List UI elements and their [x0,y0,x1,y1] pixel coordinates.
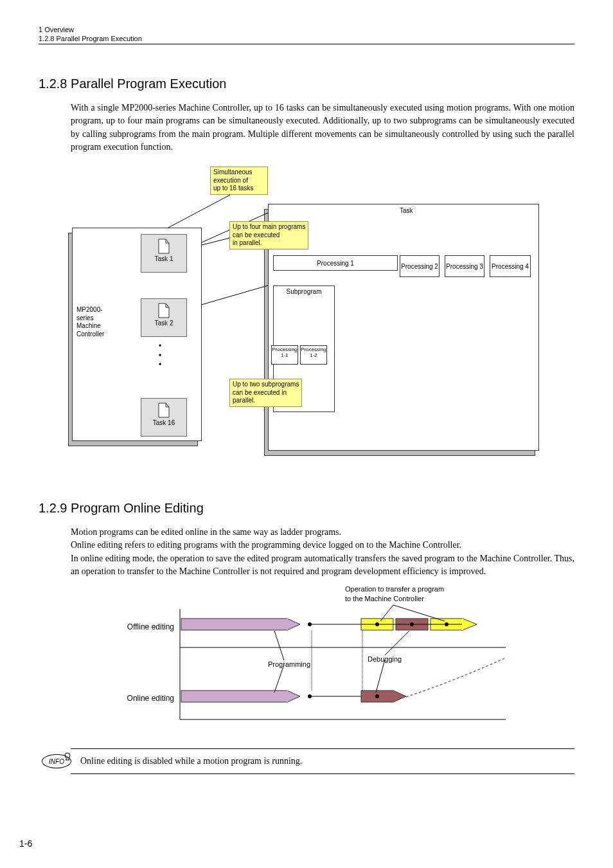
info-divider-bottom [71,773,574,774]
svg-line-0 [168,194,233,228]
svg-rect-34 [181,691,287,702]
svg-point-32 [445,622,449,626]
diagram1-note-16tasks: Simultaneous execution of up to 16 tasks [210,167,268,195]
processing1-label: Processing 1 [317,260,354,267]
section-128-title: 1.2.8 Parallel Program Execution [39,77,574,91]
d2-transfer-label: Operation to transfer a program to the M… [345,584,444,603]
d2-programming-label: Programming [268,660,310,668]
processing2-box: Processing 2 [400,255,440,277]
task2-label: Task 2 [155,320,173,327]
svg-rect-22 [181,619,287,630]
task1-label: Task 1 [155,255,173,262]
svg-point-24 [308,622,312,626]
section-129-title: 1.2.9 Program Online Editing [39,501,574,516]
parallel-execution-diagram: Simultaneous execution of up to 16 tasks… [69,167,544,469]
svg-point-38 [375,694,379,698]
processing12-box: Processing 1-2 [300,345,327,365]
document-icon [157,402,170,418]
task-dots: ••• [159,341,161,369]
processing1-box: Processing 1 [273,255,398,271]
diagram2-svg [107,584,506,729]
svg-rect-37 [361,691,393,702]
info-text: Online editing is disabled while a motio… [80,756,302,766]
d2-debugging-label: Debugging [368,655,402,663]
section-128-body: With a single MP2000-series Machine Cont… [71,102,574,154]
controller-label: MP2000- series Machine Controller [76,306,104,338]
diagram1-note-4main: Up to four main programs can be executed… [229,221,308,249]
svg-rect-25 [361,619,393,630]
task16-box: Task 16 [141,398,187,437]
task1-box: Task 1 [141,234,187,273]
svg-point-29 [410,622,414,626]
section-129-body: Motion programs can be edited online in … [71,526,574,578]
svg-line-46 [393,605,445,621]
processing4-label: Processing 4 [492,263,529,270]
header-section: 1.2.8 Parallel Program Execution [39,35,574,44]
svg-line-45 [380,605,393,621]
processing11-box: Processing 1-1 [271,345,298,365]
svg-point-36 [308,694,312,698]
info-divider-top [71,748,574,749]
svg-line-42 [274,665,284,692]
task2-box: Task 2 [141,298,187,337]
task16-label: Task 16 [153,419,175,426]
svg-line-43 [385,631,409,655]
processing3-label: Processing 3 [446,263,483,270]
info-badge-text: INFO [49,758,64,765]
d2-offline-label: Offline editing [116,622,174,631]
svg-point-50 [65,753,70,758]
header-chapter: 1 Overview [39,26,574,33]
svg-line-41 [274,631,284,660]
svg-rect-31 [431,619,463,630]
svg-rect-28 [396,619,428,630]
diagram1-note-2sub: Up to two subprograms can be executed in… [229,379,302,407]
subprogram-label: Subprogram [286,288,321,295]
processing3-box: Processing 3 [445,255,484,277]
task-label: Task [400,207,413,214]
page-header: 1 Overview 1.2.8 Parallel Program Execut… [39,26,574,44]
svg-line-44 [376,660,385,692]
online-editing-diagram: Operation to transfer a program to the M… [107,584,506,729]
page-number: 1-6 [19,838,32,849]
document-icon [157,303,170,318]
document-icon [157,239,170,254]
d2-online-label: Online editing [116,694,174,703]
lightbulb-icon [63,752,72,761]
info-badge: INFO [42,754,71,768]
svg-point-26 [375,622,379,626]
info-row: INFO Online editing is disabled while a … [42,754,574,768]
processing4-box: Processing 4 [490,255,531,277]
processing2-label: Processing 2 [401,263,438,270]
